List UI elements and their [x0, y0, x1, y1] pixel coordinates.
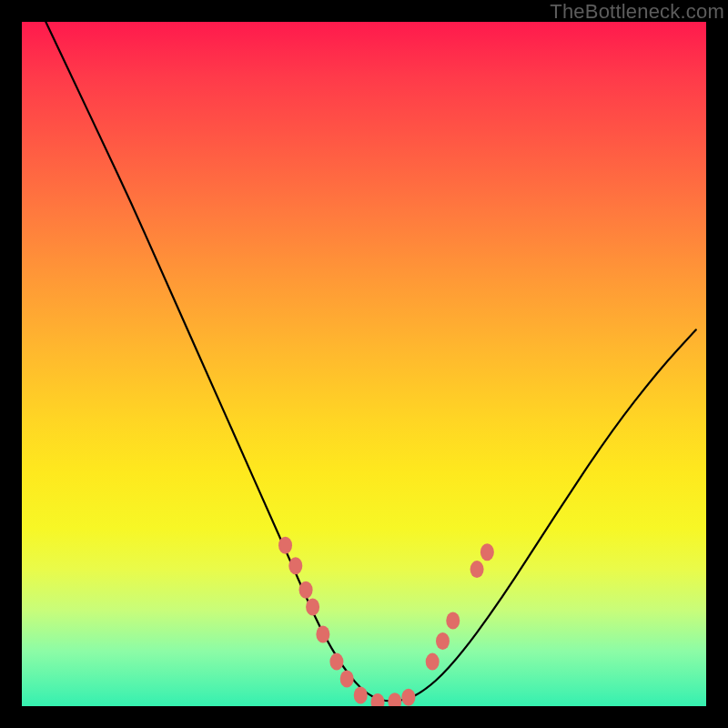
marker-dot: [278, 537, 292, 554]
marker-dot: [340, 670, 354, 687]
marker-dot: [401, 689, 415, 706]
marker-dot: [299, 581, 313, 599]
marker-dot: [306, 598, 319, 615]
marker-dot: [329, 653, 343, 671]
chart-frame: TheBottleneck.com: [0, 0, 728, 728]
marker-dot: [446, 612, 460, 630]
chart-svg: [22, 22, 706, 706]
marker-dot: [480, 543, 494, 561]
curve-path: [46, 22, 695, 701]
curve-markers: [278, 537, 494, 706]
marker-dot: [288, 557, 302, 574]
marker-dot: [354, 686, 368, 703]
marker-dot: [371, 693, 385, 706]
marker-dot: [316, 626, 329, 643]
marker-dot: [470, 561, 484, 578]
marker-dot: [388, 693, 401, 706]
watermark-text: TheBottleneck.com: [550, 0, 724, 24]
plot-area: [22, 22, 706, 706]
marker-dot: [426, 653, 440, 671]
marker-dot: [436, 632, 450, 650]
